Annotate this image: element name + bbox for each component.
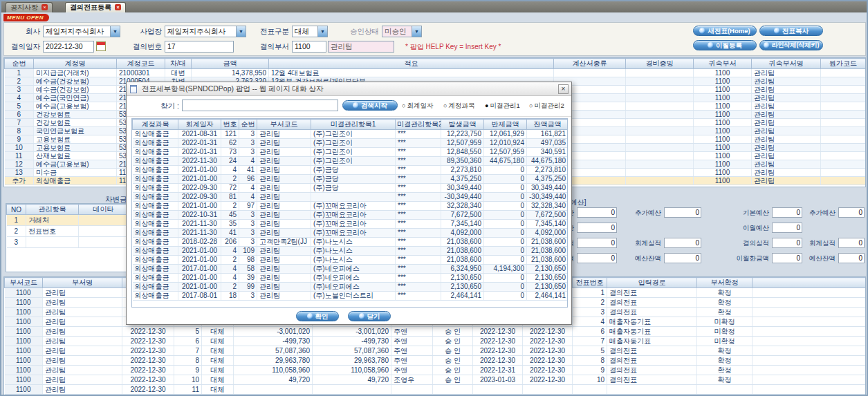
cell bbox=[79, 226, 129, 237]
chevron-down-icon[interactable]: ▼ bbox=[412, 26, 421, 37]
table-row[interactable]: 외상매출금2022-01-31623관리팀(주)그린조이***12,507,95… bbox=[133, 139, 569, 148]
budget-value[interactable]: 0 bbox=[838, 253, 865, 263]
table-row[interactable]: 외상매출금2022-09-30814관리팀***-30,349,4400-30,… bbox=[133, 193, 569, 202]
cell: 건강보험료 bbox=[34, 119, 117, 127]
cell bbox=[752, 375, 866, 385]
table-row[interactable]: 외상매출금2018-02-282063고객만족2팀(JJ(주)나노시스***21… bbox=[133, 238, 569, 247]
copy-slip-button[interactable]: 전표복사 bbox=[759, 26, 823, 36]
cell: 0 bbox=[484, 193, 527, 202]
table-row[interactable]: 외상매출금2021-01-00441관리팀(주)금당***2,273,81002… bbox=[133, 166, 569, 175]
table-row[interactable]: 외상매출금2021-01-00299관리팀(주)네오피에스***2,130,65… bbox=[133, 283, 569, 292]
budget-value[interactable]: 0 bbox=[577, 207, 617, 218]
cell: 89,350,360 bbox=[441, 157, 484, 166]
radio-open-item2[interactable]: 미결관리2 bbox=[529, 100, 564, 112]
table-row[interactable]: 2전표번호 bbox=[7, 226, 129, 237]
find-input[interactable] bbox=[182, 100, 338, 111]
chevron-down-icon[interactable]: ▼ bbox=[236, 26, 246, 37]
slip-type-select[interactable]: 대체▼ bbox=[292, 26, 328, 37]
radio-open-item1[interactable]: 미결관리1 bbox=[485, 100, 520, 112]
slip-type-value: 대체 bbox=[295, 27, 309, 35]
cell: 1100 bbox=[5, 337, 43, 346]
table-row[interactable]: 1거래처 bbox=[7, 215, 129, 226]
radio-account[interactable]: 계정과목 bbox=[443, 100, 474, 112]
table-row[interactable]: 1100관리팀2022-12-305대체-3,001,020-3,001,020… bbox=[5, 327, 866, 337]
site-select[interactable]: 제일저지주식회사▼ bbox=[165, 26, 246, 37]
cell: 97 bbox=[239, 202, 257, 211]
cell: 21,038,600 bbox=[441, 238, 484, 247]
budget-value[interactable]: 0 bbox=[664, 253, 701, 263]
cell bbox=[626, 169, 694, 177]
budget-value[interactable]: 0 bbox=[664, 207, 701, 218]
budget-value[interactable]: 0 bbox=[664, 238, 701, 248]
cell: 관리팀 bbox=[752, 77, 821, 86]
table-row[interactable]: 외상매출금2021-01-00296관리팀(주)금당***4,375,25004… bbox=[133, 175, 569, 184]
company-select[interactable]: 제일저지주식회사▼ bbox=[43, 26, 120, 37]
cell: 외상매출금 bbox=[133, 283, 178, 292]
delete-line-button[interactable]: 라인삭제(삭제키) bbox=[759, 40, 823, 50]
chevron-down-icon[interactable]: ▼ bbox=[317, 26, 327, 37]
radio-acct-date[interactable]: 회계일자 bbox=[402, 100, 433, 112]
table-row[interactable]: 외상매출금2017-01-00458관리팀(주)네오피에스***6,324,95… bbox=[133, 265, 569, 274]
cell: 2022-09-30 bbox=[178, 184, 221, 193]
budget-value[interactable]: 0 bbox=[772, 253, 802, 263]
table-row[interactable]: 1100관리팀2022-12-306대체-499,730-499,730주앤승 … bbox=[5, 337, 866, 346]
budget-value[interactable]: 0 bbox=[772, 223, 802, 233]
date-input[interactable]: 2022-12-30 bbox=[43, 41, 94, 53]
table-row[interactable]: 1100관리팀2022-12-3011대체 bbox=[5, 385, 866, 395]
new-slip-button[interactable]: 새전표(Home) bbox=[693, 26, 757, 36]
close-icon[interactable]: × bbox=[115, 4, 121, 10]
chevron-down-icon[interactable]: ▼ bbox=[110, 26, 120, 37]
cell: 외상매출금 bbox=[133, 166, 178, 175]
table-row[interactable]: 외상매출금2021-01-00298관리팀(주)나노시스***21,038,60… bbox=[133, 256, 569, 265]
cell bbox=[473, 385, 523, 395]
search-button[interactable]: 검색시작 bbox=[342, 100, 398, 111]
table-row[interactable]: 3 bbox=[7, 237, 129, 248]
cell: 결의전표 bbox=[607, 298, 697, 308]
table-row[interactable]: 외상매출금2021-11-30413관리팀(주)꼬매요코리아***4,092,0… bbox=[133, 229, 569, 238]
table-row[interactable]: 외상매출금2022-01-31733관리팀(주)그린조이***12,848,55… bbox=[133, 148, 569, 157]
cell: 2022-12-30 bbox=[523, 337, 573, 346]
cell: 4,375,250 bbox=[527, 175, 569, 184]
budget-value[interactable]: 0 bbox=[577, 238, 617, 248]
table-row[interactable]: 외상매출금2022-09-30724관리팀(주)금당***30,349,4400… bbox=[133, 184, 569, 193]
cell: 4 bbox=[221, 265, 239, 274]
budget-value[interactable]: 0 bbox=[577, 253, 617, 263]
ok-button[interactable]: 확인 bbox=[296, 311, 339, 321]
table-row[interactable]: 외상매출금2021-01-004109관리팀(주)나노시스***21,038,6… bbox=[133, 247, 569, 256]
table-row[interactable]: 1100관리팀2022-12-309대체110,058,960110,058,9… bbox=[5, 366, 866, 375]
table-row[interactable]: 외상매출금2021-01-00439관리팀(주)네오피에스***2,130,65… bbox=[133, 274, 569, 283]
budget-value[interactable]: 0 bbox=[577, 223, 617, 233]
table-row[interactable]: 1미지급금(거래처)21000301대변14,378,95012월 4대보험료1… bbox=[5, 69, 866, 77]
table-row[interactable]: 외상매출금2022-10-31453관리팀(주)꼬매요코리아***7,672,5… bbox=[133, 211, 569, 220]
carry-over-button[interactable]: 이월등록 bbox=[693, 40, 757, 50]
budget-value[interactable]: 0 bbox=[838, 207, 865, 218]
slip-type-label: 전표구분 bbox=[255, 26, 289, 37]
table-row[interactable]: 1100관리팀2022-12-3010대체49,72049,720조영우승 인2… bbox=[5, 375, 866, 385]
budget-value[interactable]: 0 bbox=[772, 207, 802, 218]
cell: 1100 bbox=[694, 144, 752, 152]
slip-no-input[interactable]: 17 bbox=[165, 41, 234, 53]
dept-code-input[interactable]: 1100 bbox=[292, 41, 326, 53]
table-row[interactable]: 외상매출금2021-08-311213관리팀(주)그린조이***12,223,7… bbox=[133, 130, 569, 139]
cell: 예수금(건강보험) bbox=[34, 77, 117, 86]
budget-value[interactable]: 0 bbox=[772, 238, 802, 248]
tab-slip-entry[interactable]: 결의전표등록× bbox=[65, 2, 126, 12]
cell: 2 bbox=[221, 202, 239, 211]
cell bbox=[752, 317, 866, 327]
table-row[interactable]: 외상매출금2021-11-30353관리팀(주)꼬매요코리아***7,345,1… bbox=[133, 220, 569, 229]
close-button[interactable]: × bbox=[558, 84, 569, 94]
cell: *** bbox=[396, 184, 441, 193]
close-dialog-button[interactable]: 닫기 bbox=[348, 311, 391, 321]
table-row[interactable]: 외상매출금2022-11-30244관리팀(주)그린조이***89,350,36… bbox=[133, 157, 569, 166]
table-row[interactable]: 1100관리팀2022-12-307대체57,087,36057,087,360… bbox=[5, 346, 866, 356]
tab-notice[interactable]: 공지사항× bbox=[6, 2, 53, 12]
table-row[interactable]: 1100관리팀2022-12-308대체29,963,78029,963,780… bbox=[5, 356, 866, 366]
table-row[interactable]: 외상매출금2017-08-01183관리팀(주)노블인더스트리***2,464,… bbox=[133, 292, 569, 301]
table-row[interactable]: 외상매출금2021-01-00297관리팀(주)꼬매요코리아***32,328,… bbox=[133, 202, 569, 211]
cell: 관리팀 bbox=[257, 139, 311, 148]
calendar-icon[interactable] bbox=[96, 41, 106, 51]
close-icon[interactable]: × bbox=[41, 4, 48, 10]
budget-value[interactable]: 0 bbox=[838, 238, 865, 248]
approve-select[interactable]: 미승인▼ bbox=[382, 26, 422, 37]
menu-open-button[interactable]: MENU OPEN bbox=[3, 14, 49, 21]
